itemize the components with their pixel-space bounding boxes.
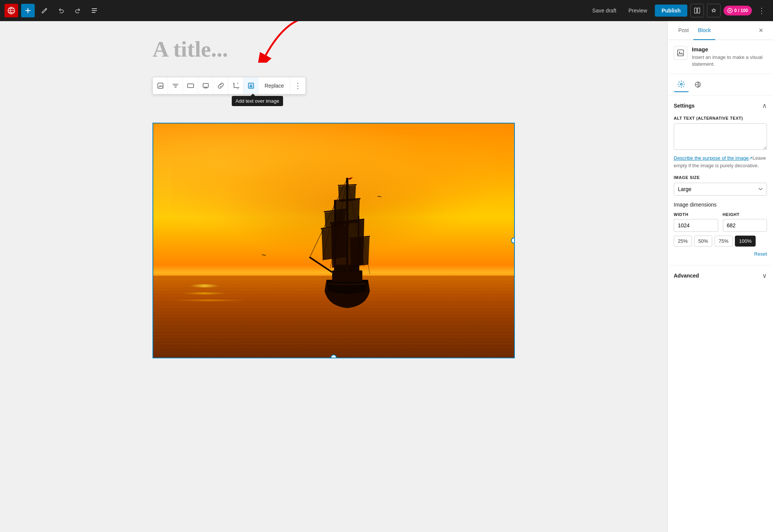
filters-button[interactable] — [168, 77, 183, 94]
sidebar-close-button[interactable]: × — [755, 25, 767, 37]
preview-mode-button[interactable] — [707, 4, 721, 17]
percent-buttons: 25% 50% 75% 100% Reset — [674, 236, 767, 259]
view-mode-button[interactable] — [690, 4, 704, 17]
pct-50-button[interactable]: 50% — [694, 236, 712, 247]
advanced-header[interactable]: Advanced ∨ — [674, 271, 767, 280]
width-input[interactable] — [674, 219, 718, 232]
height-input[interactable] — [723, 219, 767, 232]
block-info-text: Image Insert an image to make a visual s… — [692, 46, 767, 68]
top-bar: Save draft Preview Publish 0 / 100 ⋮ — [0, 0, 773, 21]
settings-icon-button[interactable] — [674, 77, 689, 92]
svg-point-31 — [679, 52, 680, 53]
width-label: WIDTH — [674, 212, 718, 217]
advanced-title: Advanced — [674, 273, 699, 279]
sidebar-tabs: Post Block × — [668, 21, 773, 40]
sidebar-tab-group: Post Block — [674, 21, 715, 40]
document-overview-button[interactable] — [88, 4, 101, 17]
tab-post[interactable]: Post — [674, 21, 693, 40]
align-button[interactable] — [183, 77, 198, 94]
caption-button[interactable] — [198, 77, 213, 94]
height-label: HEIGHT — [723, 212, 767, 217]
width-field: WIDTH — [674, 212, 718, 232]
resize-handle-right[interactable] — [511, 237, 515, 244]
describe-link[interactable]: Describe the purpose of the image — [674, 155, 749, 161]
block-title: Image — [692, 46, 767, 52]
settings-section: Settings ∧ ALT TEXT (ALTERNATIVE TEXT) D… — [668, 96, 773, 265]
sidebar: Post Block × Image Insert an image to ma… — [667, 21, 773, 532]
pct-25-button[interactable]: 25% — [674, 236, 692, 247]
settings-toggle-icon: ∧ — [762, 102, 767, 110]
pct-100-button[interactable]: 100% — [735, 236, 756, 247]
svg-rect-5 — [698, 8, 700, 13]
image-size-section: IMAGE SIZE Thumbnail Medium Large Full S… — [674, 175, 767, 196]
style-icon-button[interactable] — [690, 77, 705, 92]
more-options-button[interactable]: ⋮ — [755, 4, 768, 17]
svg-text:A: A — [249, 84, 253, 88]
dimensions-title: Image dimensions — [674, 202, 767, 208]
editor-area: A title... — [0, 21, 667, 532]
advanced-toggle-icon: ∨ — [762, 271, 767, 280]
tab-block[interactable]: Block — [693, 21, 715, 40]
settings-section-title: Settings — [674, 103, 694, 109]
more-block-options-button[interactable]: ⋮ — [290, 77, 305, 94]
tooltip-add-text-over-image: Add text over image — [232, 96, 283, 106]
svg-rect-10 — [203, 83, 208, 87]
reset-dimensions-button[interactable]: Reset — [754, 249, 767, 259]
alt-text-input[interactable] — [674, 123, 767, 150]
resize-handle-bottom[interactable] — [331, 355, 337, 358]
alt-text-label: ALT TEXT (ALTERNATIVE TEXT) — [674, 116, 767, 120]
svg-rect-3 — [92, 12, 95, 13]
image-size-select[interactable]: Thumbnail Medium Large Full Size — [674, 183, 767, 196]
undo-button[interactable] — [54, 4, 68, 17]
main-area: A title... — [0, 21, 773, 532]
block-toolbar: A Replace ⋮ — [152, 77, 306, 94]
block-type-button[interactable] — [153, 77, 168, 94]
pct-75-button[interactable]: 75% — [714, 236, 733, 247]
alt-text-hint: Describe the purpose of the image↗Leave … — [674, 154, 767, 169]
dimensions-section: Image dimensions WIDTH HEIGHT 25% 50% 75… — [674, 202, 767, 259]
crop-button[interactable] — [228, 77, 243, 94]
ship-image: 〜 〜 〜 — [153, 123, 514, 358]
image-size-label: IMAGE SIZE — [674, 175, 767, 180]
image-container: 〜 〜 〜 — [152, 123, 515, 358]
title-area: A title... — [152, 36, 515, 62]
preview-button[interactable]: Preview — [624, 5, 652, 16]
svg-rect-9 — [188, 84, 194, 88]
height-field: HEIGHT — [723, 212, 767, 232]
readability-score-button[interactable]: 0 / 100 — [724, 6, 752, 15]
publish-button[interactable]: Publish — [655, 5, 688, 17]
svg-rect-8 — [158, 83, 163, 88]
block-icon — [674, 46, 687, 60]
replace-button[interactable]: Replace — [259, 77, 290, 94]
settings-section-header[interactable]: Settings ∧ — [674, 102, 767, 110]
svg-rect-2 — [92, 10, 97, 11]
dimensions-row: WIDTH HEIGHT — [674, 212, 767, 232]
top-bar-right: Save draft Preview Publish 0 / 100 ⋮ — [588, 4, 768, 17]
svg-point-32 — [681, 83, 682, 85]
bird-3: 〜 — [262, 252, 266, 259]
svg-rect-4 — [694, 8, 697, 13]
top-bar-left — [5, 4, 101, 17]
svg-rect-1 — [92, 8, 97, 9]
sidebar-icons-row — [668, 74, 773, 96]
link-button[interactable] — [213, 77, 228, 94]
add-block-button[interactable] — [21, 4, 35, 17]
save-draft-button[interactable]: Save draft — [588, 5, 621, 16]
image-block: 〜 〜 〜 — [152, 123, 515, 358]
pen-tool-button[interactable] — [38, 4, 51, 17]
bird-2: 〜 — [377, 194, 382, 200]
redo-button[interactable] — [71, 4, 85, 17]
bird-1: 〜 — [352, 182, 356, 188]
svg-rect-30 — [678, 50, 684, 56]
text-over-image-button[interactable]: A — [243, 77, 259, 94]
editor-content: A title... — [152, 36, 515, 358]
block-info: Image Insert an image to make a visual s… — [668, 40, 773, 74]
block-desc: Insert an image to make a visual stateme… — [692, 54, 767, 68]
advanced-section: Advanced ∨ — [668, 265, 773, 286]
wp-logo — [5, 4, 18, 17]
